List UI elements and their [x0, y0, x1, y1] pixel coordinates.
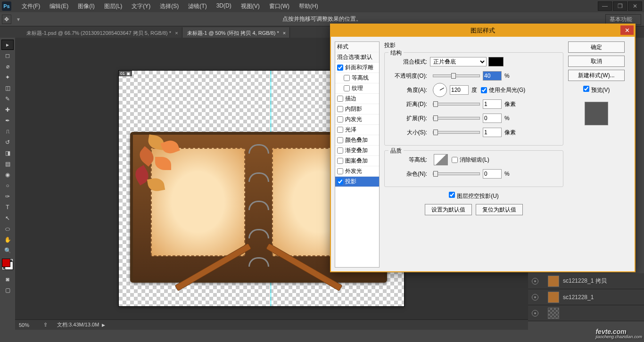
distance-input[interactable]	[483, 99, 502, 109]
noise-label: 杂色(N):	[389, 170, 427, 178]
set-default-button[interactable]: 设置为默认值	[425, 204, 472, 215]
distance-slider[interactable]	[433, 103, 480, 106]
path-tool[interactable]: ↖	[1, 213, 14, 223]
menu-图像(I)[interactable]: 图像(I)	[73, 0, 99, 12]
menu-选择(S)[interactable]: 选择(S)	[155, 0, 183, 12]
blend-mode-select[interactable]: 正片叠底	[430, 57, 487, 66]
style-颜色叠加[interactable]: 颜色叠加	[335, 135, 379, 146]
global-light-checkbox[interactable]: 使用全局光(G)	[481, 86, 525, 94]
reset-default-button[interactable]: 复位为默认值	[476, 204, 523, 215]
doc-size: 文档:3.43M/13.0M	[57, 321, 99, 328]
blur-tool[interactable]: ◉	[1, 170, 14, 180]
preview-checkbox[interactable]: 预览(V)	[568, 86, 625, 94]
quickmask-toggle[interactable]: ◙	[1, 274, 14, 285]
hand-tool[interactable]: ✋	[1, 235, 14, 245]
menu-文字(Y)[interactable]: 文字(Y)	[127, 0, 155, 12]
ok-button[interactable]: 确定	[568, 41, 625, 53]
stamp-tool[interactable]: ⎍	[1, 126, 14, 137]
size-input[interactable]	[483, 128, 502, 137]
style-投影[interactable]: 投影	[335, 177, 379, 187]
current-tool-icon[interactable]: ✥	[2, 15, 11, 24]
style-样式[interactable]: 样式	[335, 42, 379, 52]
style-等高线[interactable]: 等高线	[335, 73, 379, 83]
brush-tool[interactable]: ✒	[1, 115, 14, 126]
dialog-titlebar[interactable]: 图层样式 ✕	[331, 24, 635, 37]
layer-thumbnail[interactable]	[548, 308, 559, 319]
maximize-button[interactable]: ❐	[613, 1, 627, 11]
menu-滤镜(T)[interactable]: 滤镜(T)	[183, 0, 211, 12]
heal-tool[interactable]: ✚	[1, 105, 14, 115]
menu-图层(L)[interactable]: 图层(L)	[99, 0, 127, 12]
shape-tool[interactable]: ⬭	[1, 224, 14, 234]
document-tab[interactable]: 未标题-1.psd @ 66.7% (20130912085403647 拷贝 …	[22, 27, 182, 38]
eraser-tool[interactable]: ◨	[1, 148, 14, 158]
zoom-level[interactable]: 50%	[19, 322, 29, 328]
layer-row[interactable]: sc121228_1 拷贝	[528, 273, 644, 289]
tab-close-icon[interactable]: ×	[175, 30, 178, 36]
style-渐变叠加[interactable]: 渐变叠加	[335, 146, 379, 156]
angle-input[interactable]	[450, 85, 469, 95]
visibility-icon[interactable]	[532, 278, 538, 285]
opacity-input[interactable]	[483, 71, 502, 81]
menu-窗口(W)[interactable]: 窗口(W)	[264, 0, 294, 12]
shadow-color-picker[interactable]	[488, 57, 504, 66]
dodge-tool[interactable]: ○	[1, 180, 14, 191]
layer-row[interactable]: sc121228_1	[528, 289, 644, 305]
gradient-tool[interactable]: ▤	[1, 159, 14, 169]
size-slider[interactable]	[433, 131, 480, 134]
layer-row[interactable]	[528, 305, 644, 321]
menu-编辑(E)[interactable]: 编辑(E)	[45, 0, 73, 12]
style-混合选项:默认[interactable]: 混合选项:默认	[335, 52, 379, 63]
cancel-button[interactable]: 取消	[568, 56, 625, 67]
spread-input[interactable]	[483, 114, 502, 123]
style-list: 样式混合选项:默认斜面和浮雕等高线纹理描边内阴影内发光光泽颜色叠加渐变叠加图案叠…	[335, 41, 380, 268]
style-内发光[interactable]: 内发光	[335, 114, 379, 125]
share-icon[interactable]: ⇪	[43, 322, 48, 328]
size-label: 大小(S):	[389, 129, 427, 137]
contour-picker[interactable]	[434, 154, 448, 165]
knockout-checkbox[interactable]: 图层挖空投影(U)	[449, 193, 499, 199]
antialias-checkbox[interactable]: 消除锯齿(L)	[452, 156, 489, 164]
angle-dial[interactable]	[433, 83, 447, 97]
style-描边[interactable]: 描边	[335, 94, 379, 104]
menu-3D(D)[interactable]: 3D(D)	[212, 0, 236, 12]
document-tab[interactable]: 未标题-1 @ 50% (环扣 拷贝 4, RGB/8) *×	[182, 27, 290, 38]
crop-tool[interactable]: ◫	[1, 83, 14, 93]
style-外发光[interactable]: 外发光	[335, 166, 379, 177]
minimize-button[interactable]: —	[598, 1, 612, 11]
dialog-close-button[interactable]: ✕	[620, 25, 634, 35]
visibility-icon[interactable]	[532, 294, 538, 301]
fg-color[interactable]	[2, 259, 10, 267]
color-swatches[interactable]	[2, 259, 13, 269]
spread-slider[interactable]	[433, 117, 480, 120]
style-光泽[interactable]: 光泽	[335, 125, 379, 135]
marquee-tool[interactable]: ◻	[1, 50, 14, 61]
noise-input[interactable]	[483, 169, 502, 179]
close-button[interactable]: ✕	[628, 1, 642, 11]
new-style-button[interactable]: 新建样式(W)...	[568, 70, 625, 81]
move-tool[interactable]: ▸	[1, 40, 14, 50]
lasso-tool[interactable]: ⌀	[1, 61, 14, 72]
menu-视图(V)[interactable]: 视图(V)	[236, 0, 264, 12]
quality-group: 品质 等高线: 消除锯齿(L) 杂色(N): %	[384, 150, 563, 187]
style-图案叠加[interactable]: 图案叠加	[335, 156, 379, 166]
tab-close-icon[interactable]: ×	[283, 30, 286, 36]
history-brush-tool[interactable]: ↺	[1, 137, 14, 147]
pen-tool[interactable]: ✑	[1, 191, 14, 202]
noise-slider[interactable]	[433, 172, 480, 175]
visibility-icon[interactable]	[532, 310, 538, 317]
menu-帮助(H)[interactable]: 帮助(H)	[294, 0, 323, 12]
wand-tool[interactable]: ✦	[1, 72, 14, 82]
distance-label: 距离(D):	[389, 100, 427, 108]
layer-thumbnail[interactable]	[548, 276, 559, 287]
type-tool[interactable]: T	[1, 202, 14, 212]
style-斜面和浮雕[interactable]: 斜面和浮雕	[335, 63, 379, 73]
layer-thumbnail[interactable]	[548, 292, 559, 303]
opacity-slider[interactable]	[433, 74, 480, 77]
style-内阴影[interactable]: 内阴影	[335, 104, 379, 114]
menu-文件(F)[interactable]: 文件(F)	[17, 0, 45, 12]
style-纹理[interactable]: 纹理	[335, 83, 379, 94]
screenmode-toggle[interactable]: ▢	[1, 285, 14, 295]
eyedropper-tool[interactable]: ✎	[1, 94, 14, 104]
zoom-tool[interactable]: 🔍	[1, 245, 14, 256]
